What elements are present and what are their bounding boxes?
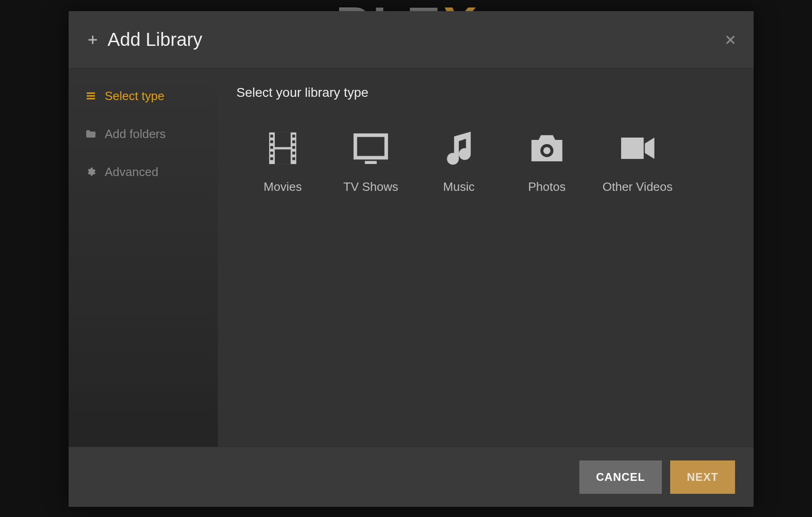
type-label: Photos [528, 180, 566, 194]
tv-icon [350, 128, 391, 169]
type-movies[interactable]: Movies [250, 128, 315, 194]
svg-rect-10 [275, 149, 291, 164]
svg-rect-12 [270, 140, 273, 143]
svg-rect-22 [355, 135, 387, 158]
sidebar-item-label: Add folders [105, 127, 166, 141]
type-label: Movies [264, 180, 302, 194]
svg-rect-26 [621, 138, 644, 159]
svg-rect-21 [275, 147, 291, 150]
modal-header: Add Library [69, 11, 754, 69]
svg-rect-19 [292, 151, 295, 154]
svg-rect-14 [270, 151, 273, 154]
film-icon [262, 128, 303, 169]
svg-rect-18 [292, 146, 295, 149]
svg-rect-17 [292, 140, 295, 143]
modal-title: Add Library [108, 29, 203, 50]
next-button[interactable]: NEXT [670, 460, 735, 494]
sidebar-item-label: Select type [105, 89, 165, 103]
close-button[interactable] [724, 33, 737, 46]
folder-icon [85, 128, 96, 139]
add-library-modal: Add Library Select type [69, 11, 754, 507]
type-other-videos[interactable]: Other Videos [603, 128, 672, 194]
list-icon [85, 90, 96, 101]
svg-rect-13 [270, 146, 273, 149]
video-icon [617, 128, 658, 169]
type-tv-shows[interactable]: TV Shows [338, 128, 403, 194]
svg-rect-15 [270, 158, 273, 160]
camera-icon [527, 128, 567, 169]
library-type-grid: Movies TV Shows [236, 128, 735, 194]
sidebar-item-advanced[interactable]: Advanced [69, 156, 218, 188]
gear-icon [85, 166, 96, 177]
type-label: Other Videos [603, 180, 672, 194]
sidebar-item-select-type[interactable]: Select type [69, 80, 218, 112]
cancel-button[interactable]: CANCEL [579, 460, 662, 494]
type-label: TV Shows [343, 180, 399, 194]
svg-rect-20 [292, 158, 295, 160]
music-icon [438, 128, 479, 169]
plus-icon [87, 34, 98, 45]
wizard-sidebar: Select type Add folders Advanced [69, 69, 218, 447]
type-photos[interactable]: Photos [514, 128, 579, 194]
svg-rect-9 [275, 132, 291, 147]
sidebar-item-add-folders[interactable]: Add folders [69, 118, 218, 150]
svg-rect-16 [292, 135, 295, 138]
svg-rect-11 [270, 135, 273, 138]
modal-body: Select type Add folders Advanced [69, 69, 754, 447]
content-heading: Select your library type [236, 85, 735, 100]
sidebar-item-label: Advanced [105, 165, 159, 179]
modal-content: Select your library type [218, 69, 754, 447]
svg-point-25 [543, 147, 550, 154]
modal-footer: CANCEL NEXT [69, 447, 754, 507]
type-label: Music [443, 180, 475, 194]
type-music[interactable]: Music [426, 128, 491, 194]
